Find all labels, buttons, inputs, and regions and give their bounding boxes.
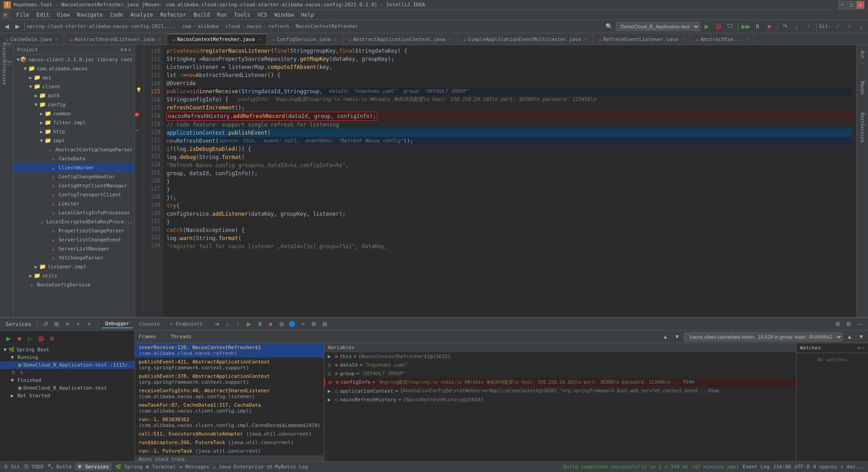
sidebar-item-configtransportclient[interactable]: ☕ ConfigTransportClient xyxy=(14,190,135,199)
tab-configservice[interactable]: ☕ ConfigService.java × xyxy=(267,34,343,45)
debug-resume[interactable]: ▶ xyxy=(244,319,254,329)
mybatis-log-btn[interactable]: 🗃 MyBatis Log xyxy=(267,464,307,470)
pause-button[interactable]: ⏸ xyxy=(753,22,763,32)
menu-window[interactable]: Window xyxy=(271,11,297,19)
tab-refresheventlistener[interactable]: ☕ RefreshEventListener.java × xyxy=(593,34,690,45)
service-democloudB-running[interactable]: DemoCloud_B_Application-test :1113/ xyxy=(0,361,135,369)
run-btn-small[interactable]: ▶ xyxy=(4,333,14,343)
services-toggle-button[interactable]: ≡ xyxy=(63,319,72,329)
var-configinfo[interactable]: ○ ⊕ configInfo = "#spring配置\nspring:\n r… xyxy=(324,378,796,387)
close-tab-refresh[interactable]: × xyxy=(682,37,684,42)
thread-filter2[interactable]: ▼ xyxy=(856,332,866,342)
terminal-btn[interactable]: ⊞ Terminal xyxy=(146,464,176,470)
close-tab-abstractexe[interactable]: × xyxy=(746,37,748,42)
var-appcontext-view[interactable]: View xyxy=(708,388,719,393)
service-springboot-group[interactable]: ▼ 🌿 Spring Boot xyxy=(0,346,135,354)
sidebar-item-nacos-jar[interactable]: ▼ 📦 nacos-client-2.1.0.jar library root xyxy=(14,55,135,64)
git-push-button[interactable]: ↑ xyxy=(845,22,854,32)
close-tab-configservice[interactable]: × xyxy=(335,37,337,42)
git-status-btn[interactable]: ⑤ Git xyxy=(4,464,20,470)
bc-project[interactable]: spring-cloud-starter-alibaba-nacos-confi… xyxy=(27,23,176,29)
console-tab[interactable]: Console xyxy=(136,320,163,328)
service-notstarted-group[interactable]: ▶ Not Started xyxy=(0,392,135,399)
remove-watch-button[interactable]: − xyxy=(861,345,864,351)
sidebar-item-listenerimpl[interactable]: ▶ 📁 listener.impl xyxy=(14,262,135,271)
project-tool-button[interactable]: 1: Project xyxy=(2,47,12,57)
var-nacosrefreshhistory[interactable]: ▶ ○ nacosRefreshHistory = {NacosRefreshH… xyxy=(324,395,796,404)
sidebar-item-com-alibaba-nacos[interactable]: ▼ 📁 com.alibaba.nacos xyxy=(14,64,135,73)
var-group[interactable]: ○ ⊕ group = "DEFAULT_GROUP" xyxy=(324,369,796,378)
services-btn[interactable]: ⑧ Services xyxy=(75,463,112,471)
sidebar-item-filter-impl[interactable]: ▶ 📁 filter.impl xyxy=(14,118,135,127)
resume-btn-small[interactable]: ▷ xyxy=(25,333,35,343)
debug-run-button[interactable]: 🐞 xyxy=(714,22,723,32)
sidebar-item-config[interactable]: ▼ 📁 config xyxy=(14,100,135,109)
var-nacosrefreshhistory-expand[interactable]: ▶ xyxy=(328,397,333,403)
debugger-tab[interactable]: Debugger xyxy=(102,320,133,328)
maven-panel-button[interactable]: Maven xyxy=(859,77,866,98)
menu-edit[interactable]: Edit xyxy=(33,11,53,19)
frame-run[interactable]: run:-1, FutureTask (java.util.concurrent… xyxy=(135,447,324,455)
services-settings-button[interactable]: ⊞ xyxy=(52,319,62,329)
sidebar-item-abstractconfigchangeparser[interactable]: ☕ AbstractConfigChangeParser xyxy=(14,145,135,154)
run-config-selector[interactable]: DemoCloud_B_Application-test xyxy=(616,22,700,31)
sidebar-item-localencrypted[interactable]: ☕ LocalEncryptedDataKeyProce... xyxy=(14,217,135,226)
run-button[interactable]: ▶ xyxy=(702,22,712,32)
sidebar-collapse[interactable]: ≡ xyxy=(124,47,127,53)
close-tab-abstractshared[interactable]: × xyxy=(158,37,161,42)
menu-refactor[interactable]: Refactor xyxy=(157,11,190,19)
git-pull-button[interactable]: ↓ xyxy=(856,22,866,32)
minimize-button[interactable]: ─ xyxy=(838,1,846,9)
endpoints-tab[interactable]: ⚡ Endpoints xyxy=(166,320,206,328)
var-appcontext-expand[interactable]: ▶ xyxy=(328,388,333,394)
close-tab-nacos[interactable]: × xyxy=(258,37,261,42)
menu-build[interactable]: Build xyxy=(190,11,213,19)
frame-call[interactable]: call:511, Executors$RunnableAdapter (jav… xyxy=(135,430,324,438)
git-button[interactable]: ✓ xyxy=(833,22,843,32)
menu-analyze[interactable]: Analyze xyxy=(127,11,157,19)
close-tab-cachedata[interactable]: × xyxy=(55,37,58,42)
menu-tools[interactable]: Tools xyxy=(231,11,254,19)
bc-class[interactable]: NacosContextRefresher xyxy=(296,23,358,29)
sidebar-item-serverlistmanager[interactable]: ☕ ServerListManager xyxy=(14,244,135,253)
stop-btn-small[interactable]: ■ xyxy=(14,333,24,343)
close-tab-abstractapp[interactable]: × xyxy=(449,37,452,42)
spring-btn[interactable]: 🌿 Spring xyxy=(115,464,142,470)
sidebar-item-confighttpclientmanager[interactable]: ☕ ConfigHttpClientManager xyxy=(14,181,135,190)
sidebar-item-cachedata[interactable]: ☕ CacheData xyxy=(14,154,135,163)
step-over-button[interactable]: ↷ xyxy=(780,22,790,32)
panel-gear-button[interactable]: ⚙ xyxy=(844,319,854,329)
menu-help[interactable]: Help xyxy=(298,11,318,19)
forward-button[interactable]: ▶ xyxy=(13,22,23,32)
panel-minimize-button[interactable]: ─ xyxy=(854,319,864,329)
sidebar-close[interactable]: × xyxy=(128,47,131,53)
sidebar-item-clientworker[interactable]: ☕ ClientWorker xyxy=(14,163,135,172)
frame-innerreceive[interactable]: innerReceive:120, NacosContextRefresher$… xyxy=(135,343,324,358)
event-log-btn[interactable]: Event Log xyxy=(743,464,770,470)
restservice-panel-button[interactable]: RestService xyxy=(859,109,866,146)
sidebar-item-impl[interactable]: ▼ 📁 impl xyxy=(14,136,135,145)
debug-layout[interactable]: ⊞ xyxy=(320,319,330,329)
thread-filter[interactable]: ▲ xyxy=(845,332,854,342)
frame-run-capture[interactable]: run$$$capture:266, FutureTask (java.util… xyxy=(135,438,324,447)
messages-btn[interactable]: ✉ Messages xyxy=(180,464,209,470)
var-this-expand[interactable]: ▶ xyxy=(328,354,333,359)
thread-selector[interactable]: 'nacos.client.cachedata.intern...15,629 … xyxy=(684,332,843,341)
step-out-button[interactable]: ↑ xyxy=(804,22,814,32)
sidebar-item-api[interactable]: ▶ 📁 api xyxy=(14,73,135,82)
stop-all-btn-small[interactable]: ⊗ xyxy=(47,333,57,343)
add-watch-button[interactable]: + xyxy=(858,345,861,351)
bc-cloud[interactable]: cloud xyxy=(225,23,240,29)
debug-step-into[interactable]: ↓ xyxy=(222,319,232,329)
service-paused-group[interactable]: ⏸ ⏸ xyxy=(0,369,135,377)
menu-view[interactable]: View xyxy=(53,11,73,19)
debug-step-out[interactable]: ↑ xyxy=(233,319,243,329)
close-button[interactable]: ✕ xyxy=(856,1,864,9)
run-with-coverage-button[interactable]: 🛡 xyxy=(725,22,735,32)
maximize-button[interactable]: □ xyxy=(847,1,855,9)
debug-mute-breakpoints[interactable]: ⊘ xyxy=(276,319,286,329)
bc-refresh[interactable]: refresh xyxy=(268,23,289,29)
sidebar-item-client[interactable]: ▼ 📁 client xyxy=(14,82,135,91)
code-content[interactable]: private void registerNacosListener(final… xyxy=(163,45,856,317)
close-tab-simpleapp[interactable]: × xyxy=(585,37,588,42)
